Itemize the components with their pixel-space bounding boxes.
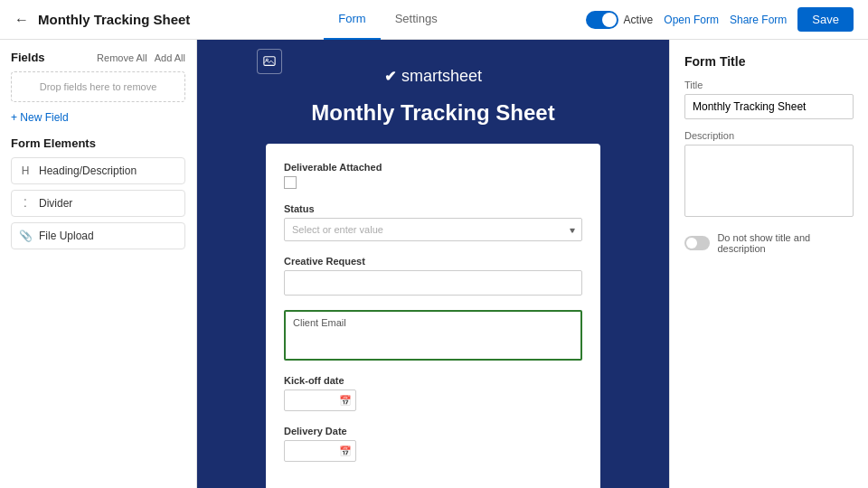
field-status-select-wrapper: Select or enter value ▾ — [284, 218, 582, 241]
share-form-button[interactable]: Share Form — [730, 14, 787, 26]
page-title: Monthly Tracking Sheet — [38, 12, 190, 27]
active-label: Active — [624, 14, 654, 26]
header-right: Active Open Form Share Form Save — [586, 7, 854, 32]
divider-icon: ⁚ — [19, 197, 32, 210]
fields-section-header: Fields Remove All Add All — [11, 51, 185, 64]
field-delivery-date-input-wrapper: 📅 — [284, 440, 356, 462]
image-icon-button[interactable] — [257, 49, 282, 74]
form-canvas: ✔ smartsheet Monthly Tracking Sheet Deli… — [197, 40, 669, 488]
header-tabs: Form Settings — [324, 0, 451, 40]
header-left: ← Monthly Tracking Sheet — [14, 12, 190, 28]
main-layout: Fields Remove All Add All Drop fields he… — [0, 40, 868, 488]
active-toggle[interactable] — [586, 11, 618, 29]
element-heading[interactable]: H Heading/Description — [11, 157, 185, 184]
file-upload-icon: 📎 — [19, 230, 32, 242]
field-creative-request: Creative Request — [284, 256, 582, 296]
save-button[interactable]: Save — [797, 7, 854, 32]
field-status-select[interactable]: Select or enter value ▾ — [284, 218, 582, 241]
image-icon — [263, 55, 276, 68]
toggle-description-label: Do not show title and description — [717, 232, 854, 254]
remove-all-button[interactable]: Remove All — [97, 52, 147, 63]
field-deliverable-checkbox[interactable] — [284, 176, 297, 189]
add-all-button[interactable]: Add All — [155, 52, 185, 63]
drop-zone[interactable]: Drop fields here to remove — [11, 71, 185, 102]
fields-actions: Remove All Add All — [97, 52, 185, 63]
field-client-email-label: Client Email — [293, 317, 573, 328]
field-kickoff-date: Kick-off date 📅 — [284, 375, 582, 411]
title-label: Title — [684, 80, 854, 90]
field-kickoff-date-label: Kick-off date — [284, 375, 582, 386]
kickoff-calendar-icon[interactable]: 📅 — [339, 395, 352, 407]
active-toggle-group: Active — [586, 11, 654, 29]
tab-form[interactable]: Form — [324, 0, 380, 40]
element-divider[interactable]: ⁚ Divider — [11, 190, 185, 217]
field-client-email-input[interactable]: Client Email — [284, 310, 582, 361]
heading-icon: H — [19, 164, 32, 177]
status-chevron-icon: ▾ — [570, 225, 574, 235]
field-status-label: Status — [284, 203, 582, 214]
field-delivery-date-label: Delivery Date — [284, 426, 582, 436]
field-creative-request-label: Creative Request — [284, 256, 582, 267]
form-title-display: Monthly Tracking Sheet — [311, 100, 554, 126]
title-input[interactable] — [684, 94, 854, 119]
header: ← Monthly Tracking Sheet Form Settings A… — [0, 0, 868, 40]
field-client-email: Client Email — [284, 310, 582, 361]
element-file-upload-label: File Upload — [39, 230, 94, 242]
title-description-toggle-row: Do not show title and description — [684, 232, 854, 254]
sidebar: Fields Remove All Add All Drop fields he… — [0, 40, 197, 488]
title-description-toggle[interactable] — [684, 236, 710, 250]
fields-title: Fields — [11, 51, 45, 64]
field-kickoff-date-input-wrapper: 📅 — [284, 389, 356, 411]
smartsheet-logo: ✔ smartsheet — [384, 67, 482, 86]
right-panel-title: Form Title — [684, 54, 854, 69]
logo-text: smartsheet — [401, 67, 482, 86]
field-deliverable: Deliverable Attached — [284, 162, 582, 189]
logo-checkmark: ✔ — [384, 68, 396, 85]
open-form-button[interactable]: Open Form — [664, 14, 719, 26]
delivery-calendar-icon[interactable]: 📅 — [339, 446, 352, 457]
description-textarea[interactable] — [684, 145, 854, 217]
drop-zone-text: Drop fields here to remove — [40, 81, 157, 92]
field-delivery-date-input[interactable] — [290, 445, 335, 457]
add-field-link[interactable]: + New Field — [11, 111, 185, 124]
field-deliverable-label: Deliverable Attached — [284, 162, 582, 173]
element-heading-label: Heading/Description — [39, 164, 137, 177]
field-kickoff-date-input[interactable] — [290, 394, 335, 407]
element-file-upload[interactable]: 📎 File Upload — [11, 222, 185, 249]
status-placeholder: Select or enter value — [292, 224, 383, 235]
field-status: Status Select or enter value ▾ — [284, 203, 582, 241]
back-button[interactable]: ← — [14, 12, 29, 28]
field-delivery-date: Delivery Date 📅 — [284, 426, 582, 462]
form-elements-title: Form Elements — [11, 136, 185, 150]
description-label: Description — [684, 130, 854, 141]
tab-settings[interactable]: Settings — [381, 0, 452, 40]
form-body: Deliverable Attached Status Select or en… — [266, 144, 600, 488]
field-creative-request-input[interactable] — [284, 270, 582, 296]
right-panel: Form Title Title Description Do not show… — [669, 40, 868, 488]
element-divider-label: Divider — [39, 197, 72, 210]
